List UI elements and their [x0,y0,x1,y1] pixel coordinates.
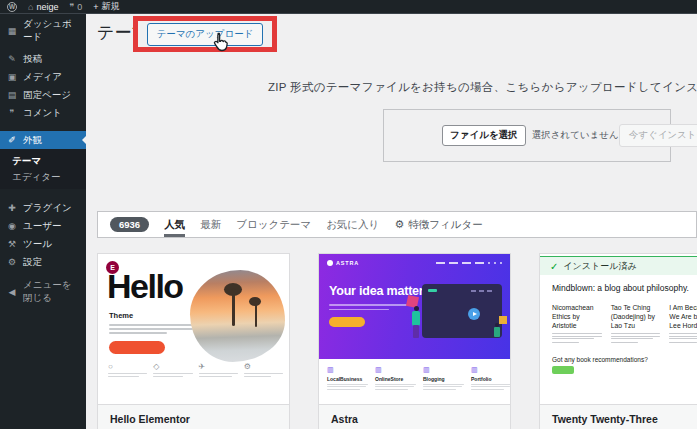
sidebar-item-label: コメント [23,107,62,120]
sidebar-item-label: ユーザー [23,220,61,233]
choose-file-button[interactable]: ファイルを選択 [442,125,526,146]
sidebar-item-plugins[interactable]: ✚ プラグイン [0,199,86,217]
hand-cursor-icon [208,31,231,58]
paper-plane-icon: ✈ [199,362,238,371]
site-name-link[interactable]: ⌂ neige [28,2,58,12]
theme-filter-bar: 6936 人気 最新 ブロックテーマ お気に入り ⚙ 特徴フィルター [97,211,697,238]
active-menu-arrow [78,136,86,144]
sidebar-item-label: 設定 [23,256,42,269]
theme-card-twenty-twenty-three[interactable]: ✓ インストール済み Mindblown: a blog about philo… [539,253,697,429]
browser-window-illustration [422,284,502,338]
feature-filter-button[interactable]: ⚙ 特徴フィルター [394,212,482,237]
online-store-icon: ▥ [375,366,416,374]
lightbulb-icon: ○ [108,362,147,371]
tab-favorites[interactable]: お気に入り [326,212,379,237]
collapse-menu-icon: ◀ [7,287,17,297]
file-status-text: 選択されていません [532,129,619,142]
tt3-preview: Mindblown: a blog about philosophy. Nico… [540,275,697,382]
posts-icon: ✎ [7,54,17,64]
media-icon: ▣ [7,72,17,82]
placeholder-text-lines [109,324,197,334]
tutorial-highlight-box: テーマのアップロード [133,16,277,52]
book-item: Nicomachean Ethics by Aristotle [552,304,602,343]
astra-hero-preview: ASTRA Your idea matters [319,254,510,359]
theme-grid: E Hello Theme ○ ◇ ✈ ⚙ [97,253,697,429]
theme-name: Twenty Twenty-Three [540,404,697,429]
blogging-icon: ▥ [423,366,464,374]
new-content-link[interactable]: + 新規 [93,0,119,13]
column-title: OnlineStore [375,376,416,382]
wordpress-logo-icon[interactable]: W [7,2,17,12]
installed-label: インストール済み [563,260,636,273]
pages-icon: ▤ [7,90,17,100]
tab-latest[interactable]: 最新 [200,212,221,237]
book-title: Nicomachean Ethics by Aristotle [552,304,602,330]
sidebar-item-media[interactable]: ▣ メディア [0,68,86,86]
hero-nav-links [436,262,502,264]
users-icon: ◉ [7,221,17,231]
book-item: Tao Te Ching (Daodejing) by Lao Tzu [611,304,661,343]
appearance-icon: ✐ [7,135,17,145]
settings-icon: ⚙ [7,257,17,267]
gear-icon: ⚙ [244,362,283,371]
sidebar-item-tools[interactable]: ⚒ ツール [0,235,86,253]
feature-filter-label: 特徴フィルター [408,218,482,232]
submenu-item-themes[interactable]: テーマ [0,152,86,168]
sidebar-item-label: ツール [23,238,52,251]
theme-name: Astra [319,404,510,429]
book-title: I Am Because We Are by Fred Lee Hord [669,304,697,330]
column-title: LocalBusiness [327,376,368,382]
sidebar-item-appearance[interactable]: ✐ 外観 [0,131,86,149]
sidebar-item-label: 固定ページ [23,89,71,102]
theme-card-astra[interactable]: ASTRA Your idea matters [318,253,511,429]
book-item: I Am Because We Are by Fred Lee Hord [669,304,697,343]
check-icon: ✓ [550,261,558,272]
upload-theme-button[interactable]: テーマのアップロード [147,23,264,46]
diamond-icon: ◇ [153,362,192,371]
install-now-button[interactable]: 今すぐインストール [619,124,697,147]
sidebar-item-collapse-menu[interactable]: ◀ メニューを閉じる [0,283,86,301]
tab-popular[interactable]: 人気 [164,212,185,237]
theme-card-hello-elementor[interactable]: E Hello Theme ○ ◇ ✈ ⚙ [97,253,290,429]
wordpress-admin-screen: W ⌂ neige ❞ 0 + 新規 ▦ ダッシュボード ✎ 投稿 ▣ メディア… [0,0,697,429]
sidebar-item-label: メニューを閉じる [23,279,79,305]
astra-cta-button [329,317,365,327]
admin-bar: W ⌂ neige ❞ 0 + 新規 [0,0,697,14]
submenu-item-editor[interactable]: エディター [0,168,86,184]
feature-icon-row: ○ ◇ ✈ ⚙ [108,362,283,377]
plus-icon: + [93,2,98,12]
comments-icon: ❞ [7,108,17,118]
desert-photo-blob [190,270,285,362]
local-business-icon: ▥ [327,366,368,374]
sidebar-item-label: ダッシュボード [23,18,79,44]
astra-logo-icon [327,260,333,266]
tt3-heading: Mindblown: a blog about philosophy. [552,283,697,293]
sidebar-item-settings[interactable]: ⚙ 設定 [0,253,86,271]
comment-count: 0 [77,2,82,12]
tab-block-themes[interactable]: ブロックテーマ [236,212,311,237]
play-button-icon [468,308,480,320]
sidebar-item-pages[interactable]: ▤ 固定ページ [0,86,86,104]
book-title: Tao Te Ching (Daodejing) by Lao Tzu [611,304,661,330]
new-label: 新規 [102,0,120,13]
hero-placeholder-lines [329,304,407,310]
sidebar-item-label: 投稿 [23,53,42,66]
tools-icon: ⚒ [7,239,17,249]
sidebar-item-posts[interactable]: ✎ 投稿 [0,50,86,68]
upload-instructions: ZIP 形式のテーマファイルをお持ちの場合、こちらからアップロードしてインストー… [268,80,697,95]
installed-notice: ✓ インストール済み [540,256,697,275]
hello-cta-button [109,341,165,354]
sidebar-item-users[interactable]: ◉ ユーザー [0,217,86,235]
comments-link[interactable]: ❞ 0 [69,2,82,12]
sidebar-item-comments[interactable]: ❞ コメント [0,104,86,122]
hello-brand-text: Hello [107,269,183,303]
portfolio-icon: ▥ [471,366,511,374]
astra-logo-text: ASTRA [336,260,359,266]
sidebar-item-label: 外観 [23,134,42,147]
admin-sidebar: ▦ ダッシュボード ✎ 投稿 ▣ メディア ▤ 固定ページ ❞ コメント ✐ 外… [0,14,86,429]
astra-feature-columns: ▥ LocalBusiness ▥ OnlineStore ▥ Blogging… [327,366,511,390]
upload-form-panel: ファイルを選択 選択されていません 今すぐインストール [383,109,671,162]
theme-count-badge: 6936 [110,217,149,232]
sidebar-item-dashboard[interactable]: ▦ ダッシュボード [0,22,86,40]
tt3-button [552,366,574,374]
